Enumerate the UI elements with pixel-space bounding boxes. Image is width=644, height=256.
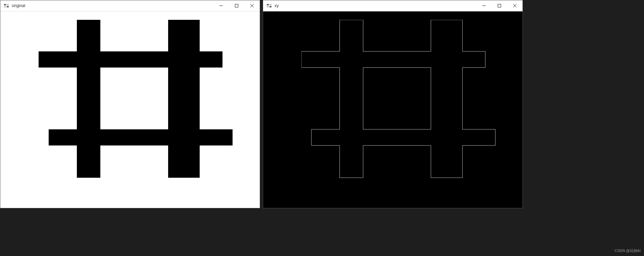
maximize-button[interactable]: [229, 0, 244, 11]
svg-rect-5: [267, 4, 269, 5]
window-controls: [213, 0, 260, 11]
window-xy: xy: [263, 0, 523, 208]
svg-rect-4: [235, 4, 238, 7]
close-button[interactable]: [244, 0, 260, 11]
minimize-button[interactable]: [213, 0, 229, 11]
titlebar[interactable]: original: [0, 0, 260, 11]
close-button[interactable]: [507, 0, 523, 11]
window-controls: [476, 0, 523, 11]
svg-rect-8: [269, 6, 271, 7]
title-left: xy: [263, 3, 476, 8]
window-title: xy: [275, 3, 279, 8]
svg-rect-1: [7, 4, 9, 5]
window-title: original: [12, 3, 25, 8]
titlebar[interactable]: xy: [263, 0, 523, 11]
svg-rect-0: [4, 4, 6, 5]
cv-window-icon: [266, 3, 272, 8]
desktop: original: [0, 0, 644, 256]
minimize-button[interactable]: [476, 0, 492, 11]
cv-window-icon: [4, 3, 9, 8]
window-original: original: [0, 0, 260, 208]
maximize-button[interactable]: [492, 0, 507, 11]
image-canvas-xy: [263, 11, 523, 208]
svg-rect-2: [4, 6, 6, 7]
svg-rect-7: [267, 6, 269, 7]
title-left: original: [0, 3, 213, 8]
image-canvas-original: [0, 11, 260, 208]
svg-rect-3: [7, 6, 9, 7]
svg-rect-9: [498, 4, 501, 7]
watermark: CSDN @玩转AI: [614, 248, 641, 253]
hash-shape-outline: [301, 20, 496, 178]
svg-rect-6: [269, 4, 271, 5]
